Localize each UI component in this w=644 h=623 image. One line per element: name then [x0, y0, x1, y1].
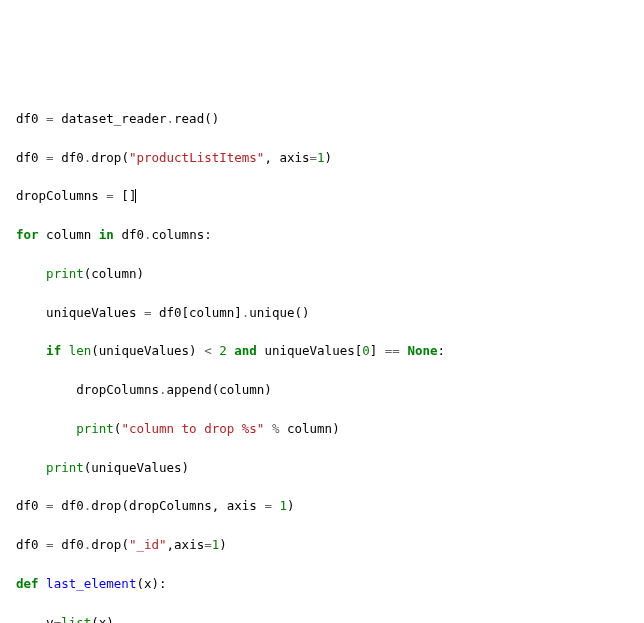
code-line: dropColumns.append(column)	[16, 380, 628, 399]
code-line: def last_element(x):	[16, 574, 628, 593]
code-line: print(uniqueValues)	[16, 458, 628, 477]
code-line: df0 = df0.drop(dropColumns, axis = 1)	[16, 496, 628, 515]
code-line: y=list(x)	[16, 613, 628, 623]
code-block: df0 = dataset_reader.read() df0 = df0.dr…	[16, 90, 628, 624]
code-line: dropColumns = []	[16, 186, 628, 205]
code-line: df0 = dataset_reader.read()	[16, 109, 628, 128]
code-line: df0 = df0.drop("_id",axis=1)	[16, 535, 628, 554]
code-line: for column in df0.columns:	[16, 225, 628, 244]
code-line: uniqueValues = df0[column].unique()	[16, 303, 628, 322]
code-line: if len(uniqueValues) < 2 and uniqueValue…	[16, 341, 628, 360]
text-cursor	[135, 189, 136, 203]
code-line: print("column to drop %s" % column)	[16, 419, 628, 438]
code-line: print(column)	[16, 264, 628, 283]
code-line: df0 = df0.drop("productListItems", axis=…	[16, 148, 628, 167]
